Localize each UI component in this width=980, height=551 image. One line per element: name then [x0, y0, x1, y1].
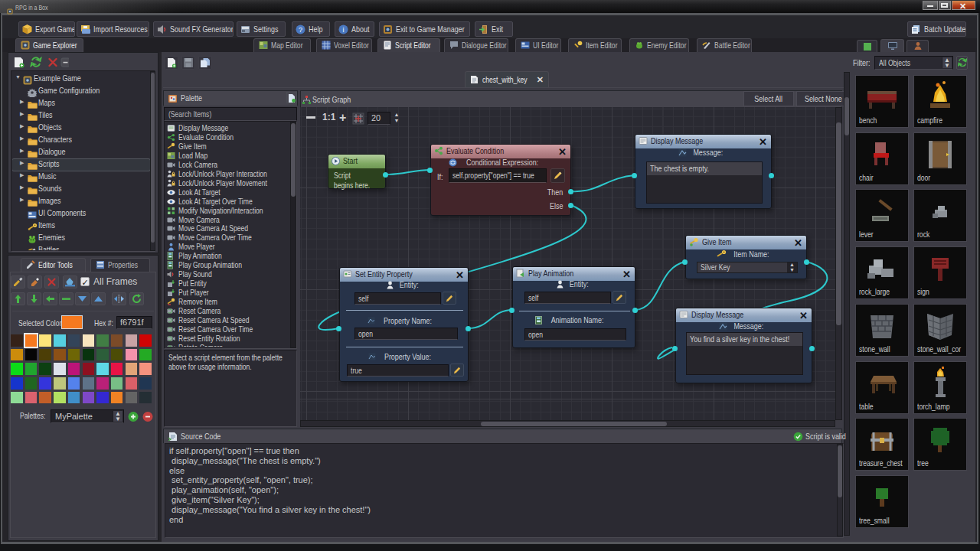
- svg-text:i: i: [343, 26, 345, 34]
- svg-text:?: ?: [299, 26, 302, 34]
